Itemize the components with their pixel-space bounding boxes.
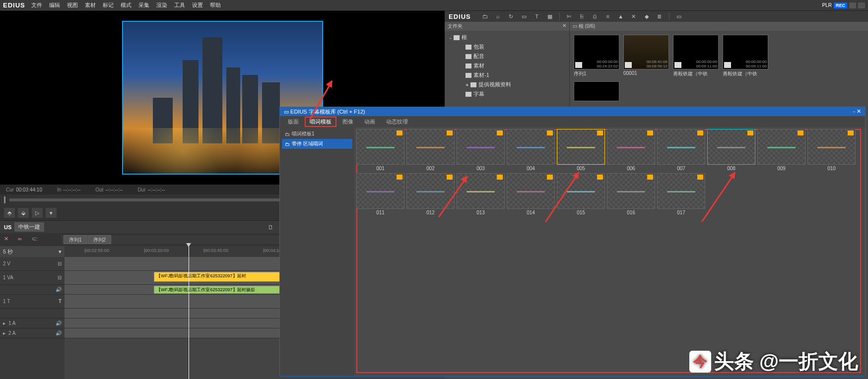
bin-list-button[interactable]: ≣ <box>655 12 664 21</box>
mark-in-button[interactable]: ⬘ <box>4 208 15 218</box>
template-item-001[interactable]: 001 <box>356 129 404 171</box>
menu-clip[interactable]: 素材 <box>85 1 96 9</box>
mode-normal-icon[interactable]: ✕ <box>4 236 14 244</box>
dur-label: Dur <box>137 187 145 192</box>
template-item-016[interactable]: 016 <box>607 173 655 215</box>
template-item-006[interactable]: 006 <box>607 129 655 171</box>
main-menu: 文件 编辑 视图 素材 标记 模式 采集 渲染 工具 设置 帮助 <box>31 1 221 9</box>
bin-item[interactable]: 00:00:00:0000:09:11:00 勇毅铁建（中铁 <box>673 35 719 77</box>
track-t1-sub-head[interactable] <box>0 309 65 318</box>
bin-title-button[interactable]: T <box>533 12 541 21</box>
template-item-003[interactable]: 003 <box>457 129 505 171</box>
folder-close-icon[interactable]: ✕ <box>562 23 566 30</box>
bin-search-button[interactable]: ⌕ <box>494 12 503 21</box>
clip-audio[interactable]: 【WFJ数码影视后期工作室625322097】延时摄影 <box>154 286 293 294</box>
close-button[interactable] <box>858 2 865 8</box>
track-a2-head[interactable]: ▸2 A🔊 <box>0 328 65 338</box>
track-v2-head[interactable]: 2 V⊟ <box>0 257 65 271</box>
template-item-012[interactable]: 012 <box>406 173 455 215</box>
bin-clip-button[interactable]: ▭ <box>520 12 529 21</box>
bin-up-button[interactable]: ▲ <box>616 12 625 21</box>
template-sidebar: 🗀 唱词模板1 🗀 带停 区域唱词 <box>280 127 354 376</box>
mode-link-icon[interactable]: ⊂: <box>32 236 42 244</box>
menu-view[interactable]: 视图 <box>67 1 78 9</box>
new-button[interactable]: 🗋 <box>266 223 275 232</box>
ruler-tick: |00:02:55:00 <box>84 248 109 253</box>
template-close-icon[interactable]: - ✕ <box>853 108 861 115</box>
tree-root[interactable]: - 根 <box>448 33 566 42</box>
menu-help[interactable]: 帮助 <box>210 1 221 9</box>
bin-folder-button[interactable]: 🗀 <box>481 12 490 21</box>
tree-item[interactable]: + 提供视频资料 <box>448 80 566 89</box>
track-headers: 5 秒 ▾ 2 V⊟ 1 VA⊟ 🔊 1 TT ▸1 A🔊 ▸2 A🔊 <box>0 246 65 379</box>
template-item-002[interactable]: 002 <box>406 129 455 171</box>
track-a1-head[interactable]: ▸1 A🔊 <box>0 318 65 328</box>
app-logo: EDIUS <box>3 1 25 9</box>
template-item-008[interactable]: 008 <box>707 129 755 171</box>
bin-item[interactable]: 00:08:41:0600:08:56:12 00001 <box>623 35 669 77</box>
track-v1-head[interactable]: 1 VA⊟ <box>0 271 65 285</box>
tree-item[interactable]: 字幕 <box>448 89 566 99</box>
tree-item[interactable]: 素材-1 <box>448 70 566 80</box>
us-label: US <box>4 224 11 230</box>
folder-tree: - 根 包装 配音 素材 素材-1 + 提供视频资料 字幕 <box>445 31 569 101</box>
dropdown-button[interactable]: ▾ <box>46 208 57 218</box>
template-item-017[interactable]: 017 <box>657 173 705 215</box>
template-item-010[interactable]: 010 <box>807 129 856 171</box>
bin-item[interactable]: 00:00:00:0000:24:22:02 序列1 <box>574 35 619 77</box>
menu-settings[interactable]: 设置 <box>192 1 203 9</box>
tree-item[interactable]: 配音 <box>448 52 566 61</box>
window-controls: PLR REC <box>822 2 865 8</box>
template-item-007[interactable]: 007 <box>657 129 705 171</box>
tab-anim[interactable]: 动画 <box>359 117 380 127</box>
menu-edit[interactable]: 编辑 <box>49 1 60 9</box>
tab-seq2[interactable]: 序列2 <box>88 235 112 244</box>
track-v1-audio-head[interactable]: 🔊 <box>0 285 65 295</box>
bin-item[interactable]: 00:00:00:0000:09:11:00 勇毅铁建（中铁 <box>723 35 768 77</box>
menu-render[interactable]: 渲染 <box>156 1 167 9</box>
mode-loop-icon[interactable]: ∞ <box>18 236 28 244</box>
bin-fx-button[interactable]: ◆ <box>642 12 651 21</box>
menu-capture[interactable]: 采集 <box>138 1 149 9</box>
template-item-004[interactable]: 004 <box>507 129 555 171</box>
playhead[interactable] <box>189 246 189 379</box>
scale-label[interactable]: 5 秒 <box>3 248 13 255</box>
tab-layout[interactable]: 版面 <box>283 117 304 127</box>
template-library-window: ▭ EDIUS 字幕模板库 (Ctrl + F12) - ✕ 版面 唱词模板 图… <box>279 107 866 377</box>
tree-item[interactable]: 包装 <box>448 42 566 52</box>
prev-button[interactable]: ▷ <box>32 208 43 218</box>
template-folder-1[interactable]: 🗀 唱词模板1 <box>282 129 352 139</box>
tab-texture[interactable]: 动态纹理 <box>381 117 413 127</box>
template-item-009[interactable]: 009 <box>757 129 805 171</box>
bin-paste-button[interactable]: ⎙ <box>591 12 600 21</box>
tab-image[interactable]: 图像 <box>337 117 358 127</box>
bin-view-button[interactable]: ▦ <box>545 12 554 21</box>
clip-video[interactable]: 【WFJ数码影视后期工作室625322097】延时 <box>154 272 283 282</box>
tree-item[interactable]: 素材 <box>448 61 566 70</box>
template-item-005[interactable]: 005 <box>557 129 605 171</box>
bin-align-button[interactable]: ≡ <box>603 12 612 21</box>
menu-mode[interactable]: 模式 <box>121 1 132 9</box>
template-folder-2[interactable]: 🗀 带停 区域唱词 <box>282 139 352 149</box>
bin-window-button[interactable]: ▭ <box>674 12 683 21</box>
scale-head: 5 秒 ▾ <box>0 246 65 257</box>
bin-cut-button[interactable]: ✄ <box>565 12 574 21</box>
template-item-014[interactable]: 014 <box>507 173 555 215</box>
menu-tools[interactable]: 工具 <box>174 1 185 9</box>
rec-badge: REC <box>834 2 847 8</box>
bin-panel: ▭ 根 (0/6) 00:00:00:0000:24:22:02 序列1 00:… <box>570 22 868 116</box>
bin-delete-button[interactable]: ✕ <box>629 12 638 21</box>
mark-out-button[interactable]: ⬙ <box>18 208 29 218</box>
bin-item-extra[interactable] <box>574 81 619 101</box>
bin-refresh-button[interactable]: ↻ <box>507 12 516 21</box>
template-item-011[interactable]: 011 <box>356 173 404 215</box>
bin-copy-button[interactable]: ⎘ <box>578 12 587 21</box>
tab-seq1[interactable]: 序列1 <box>64 235 87 244</box>
menu-marker[interactable]: 标记 <box>103 1 114 9</box>
menu-file[interactable]: 文件 <box>31 1 42 9</box>
template-window-title[interactable]: ▭ EDIUS 字幕模板库 (Ctrl + F12) - ✕ <box>280 107 865 116</box>
in-value: --:--:--:-- <box>63 187 80 192</box>
track-t1-head[interactable]: 1 TT <box>0 295 65 309</box>
sequence-name[interactable]: 中铁一建 <box>14 222 44 232</box>
minimize-button[interactable] <box>849 2 856 8</box>
